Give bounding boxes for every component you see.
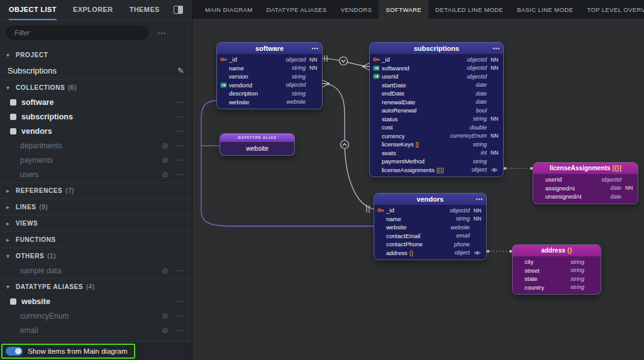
diagram-tab-vendors[interactable]: VENDORS <box>334 0 379 19</box>
field-seats[interactable]: seatsintNN <box>370 149 503 158</box>
sidebar-item-software[interactable]: software⋯ <box>0 95 192 109</box>
field-renewaldate[interactable]: renewalDatedate <box>370 98 503 107</box>
sidebar-item-email[interactable]: email⊘⋯ <box>0 323 192 337</box>
item-menu-icon[interactable]: ⋯ <box>176 266 185 275</box>
section-header-views[interactable]: ▸VIEWS <box>0 216 192 231</box>
field-vendorid[interactable]: vendorIdobjectId <box>217 81 322 90</box>
diagram-tab-datatype-aliases[interactable]: DATATYPE ALIASES <box>260 0 334 19</box>
item-menu-icon[interactable]: ⋯ <box>176 155 185 165</box>
field-contactemail[interactable]: contactEmailemail <box>374 232 486 241</box>
table-header[interactable]: licenseAssignments[{}] <box>533 163 638 174</box>
sidebar-item-payments[interactable]: payments⊘⋯ <box>0 153 192 167</box>
diagram-tab-main-diagram[interactable]: MAIN DIAGRAM <box>198 0 260 19</box>
field-name[interactable]: namestringNN <box>217 64 322 73</box>
eye-icon[interactable] <box>472 250 483 256</box>
sidebar-menu-button[interactable]: ⋯ <box>157 28 167 38</box>
alias-node-website[interactable]: DATATYPE ALIAS website <box>220 134 294 155</box>
field-status[interactable]: statusstringNN <box>370 115 503 124</box>
filter-input[interactable] <box>6 26 148 40</box>
field-name[interactable]: namestringNN <box>374 215 486 224</box>
field-city[interactable]: citystring <box>513 258 601 266</box>
sidebar-item-departments[interactable]: departments⊘⋯ <box>0 138 192 153</box>
field-street[interactable]: streetstring <box>513 266 601 275</box>
show-items-toggle[interactable] <box>6 347 23 356</box>
sidebar-item-users[interactable]: users⊘⋯ <box>0 167 192 182</box>
table-header[interactable]: software⋯ <box>217 43 322 54</box>
item-menu-icon[interactable]: ⋯ <box>176 311 185 320</box>
panel-layout-icon[interactable] <box>174 6 183 14</box>
section-header-references[interactable]: ▸REFERENCES(7) <box>0 183 192 198</box>
field-website[interactable]: websitewebsite <box>217 98 322 107</box>
sidebar-item-subscriptions[interactable]: subscriptions⋯ <box>0 109 192 124</box>
field-licenseassignments[interactable]: licenseAssignments[{}]object <box>370 166 503 175</box>
table-address[interactable]: address{}citystringstreetstringstatestri… <box>513 245 601 294</box>
diagram-tab-detailed-line-mode[interactable]: DETAILED LINE MODE <box>428 0 510 19</box>
field-autorenewal[interactable]: autoRenewalbool <box>370 106 503 115</box>
field-id[interactable]: _idobjectIdNN <box>217 55 322 64</box>
item-menu-icon[interactable]: ⋯ <box>176 141 185 150</box>
field-country[interactable]: countrystring <box>513 283 601 292</box>
field-startdate[interactable]: startDatedate <box>370 81 503 90</box>
section-header-functions[interactable]: ▸FUNCTIONS <box>0 232 192 247</box>
table-software[interactable]: software⋯_idobjectIdNNnamestringNNversio… <box>217 43 322 109</box>
eye-icon[interactable] <box>489 167 500 173</box>
sidebar-item-sample-data[interactable]: sample data⊘⋯ <box>0 263 192 278</box>
section-header-datatype-aliases[interactable]: ▾DATATYPE ALIASES(4) <box>0 280 192 294</box>
field-cost[interactable]: costdouble <box>370 123 503 132</box>
item-menu-icon[interactable]: ⋯ <box>176 325 185 335</box>
field-paymentmethod[interactable]: paymentMethodstring <box>370 157 503 166</box>
item-menu-icon[interactable]: ⋯ <box>176 97 185 107</box>
section-header-collections[interactable]: ▾COLLECTIONS(6) <box>0 80 192 95</box>
item-menu-icon[interactable]: ⋯ <box>176 112 185 121</box>
diagram-tab-top-level-overview[interactable]: TOP LEVEL OVERVIEW <box>580 0 644 19</box>
field-contactphone[interactable]: contactPhonephone <box>374 240 486 249</box>
diagram-tab-software[interactable]: SOFTWARE <box>379 0 428 19</box>
section-header-lines[interactable]: ▸LINES(9) <box>0 200 192 214</box>
field-description[interactable]: descriptionstring <box>217 89 322 98</box>
sidebar-tab-object-list[interactable]: OBJECT LIST <box>9 6 57 20</box>
field-id[interactable]: _idobjectIdNN <box>370 55 503 64</box>
not-null-flag: NN <box>308 57 319 63</box>
section-header-project[interactable]: ▾PROJECT <box>0 48 192 62</box>
table-menu-icon[interactable]: ⋯ <box>492 43 499 54</box>
item-menu-icon[interactable]: ⋯ <box>176 170 185 179</box>
diagram-tab-basic-line-mode[interactable]: BASIC LINE MODE <box>510 0 580 19</box>
table-vendors[interactable]: vendors⋯_idobjectIdNNnamestringNNwebsite… <box>374 194 486 259</box>
table-menu-icon[interactable]: ⋯ <box>311 43 318 54</box>
field-id[interactable]: _idobjectIdNN <box>374 206 486 215</box>
sidebar-item-vendors[interactable]: vendors⋯ <box>0 124 192 138</box>
field-assignedat[interactable]: assignedAtdateNN <box>533 184 638 193</box>
section-header-others[interactable]: ▾OTHERS(1) <box>0 249 192 263</box>
sidebar-tab-explorer[interactable]: EXPLORER <box>73 6 113 20</box>
field-unassignedat[interactable]: unassignedAtdate <box>533 192 638 201</box>
table-header[interactable]: vendors⋯ <box>374 194 486 205</box>
sidebar-tab-themes[interactable]: THEMES <box>130 6 160 20</box>
foreign-key-icon <box>219 82 227 89</box>
field-softwareid[interactable]: softwareIdobjectIdNN <box>370 64 503 73</box>
table-menu-icon[interactable]: ⋯ <box>475 194 482 205</box>
line-handle[interactable] <box>341 141 349 149</box>
item-menu-icon[interactable]: ⋯ <box>176 126 185 136</box>
field-userid[interactable]: userIdobjectId <box>370 72 503 81</box>
table-subscriptions[interactable]: subscriptions⋯_idobjectIdNNsoftwareIdobj… <box>370 43 503 177</box>
field-licensekeys[interactable]: licenseKeys[]string <box>370 140 503 149</box>
field-enddate[interactable]: endDatedate <box>370 89 503 98</box>
field-state[interactable]: statestring <box>513 275 601 283</box>
table-header[interactable]: subscriptions⋯ <box>370 43 503 54</box>
field-website[interactable]: websitewebsite <box>374 223 486 232</box>
edit-icon[interactable]: ✎ <box>177 66 184 75</box>
table-licenseassignments[interactable]: licenseAssignments[{}]userIdobjectIdassi… <box>533 163 638 204</box>
table-header[interactable]: address{} <box>513 245 601 256</box>
item-menu-icon[interactable]: ⋯ <box>176 297 185 306</box>
diagram-canvas[interactable]: DATATYPE ALIAS website software⋯_idobjec… <box>192 19 644 360</box>
sidebar-item-website[interactable]: website⋯ <box>0 294 192 308</box>
field-version[interactable]: versionstring <box>217 72 322 81</box>
field-currency[interactable]: currencycurrencyEnumNN <box>370 132 503 141</box>
field-userid[interactable]: userIdobjectId <box>533 175 638 184</box>
sidebar-item-subscriptions[interactable]: Subscriptions✎ <box>0 62 192 79</box>
sidebar-item-currencyenum[interactable]: currencyEnum⊘⋯ <box>0 308 192 323</box>
line-handle[interactable] <box>340 57 348 65</box>
field-address[interactable]: address{}object <box>374 249 486 258</box>
field-type: string <box>473 141 487 148</box>
sidebar-tab-bar: OBJECT LISTEXPLORERTHEMES <box>0 0 192 21</box>
